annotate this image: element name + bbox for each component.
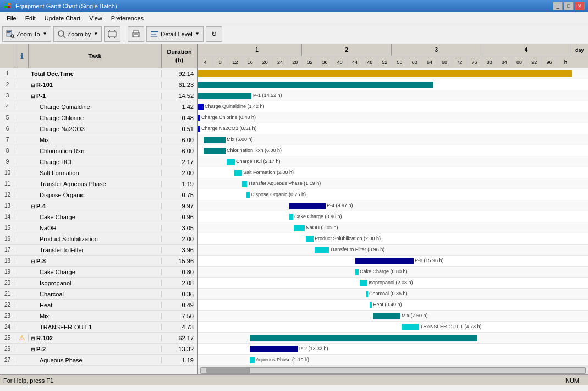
collapse-icon[interactable]: ⊟ bbox=[31, 94, 35, 99]
row-duration: 1.42 bbox=[162, 104, 197, 110]
mode-indicator: NUM bbox=[565, 377, 585, 384]
gantt-bar-label: Aqueous Phase (1.19 h) bbox=[256, 357, 309, 362]
window-controls: _ □ ✕ bbox=[553, 2, 585, 10]
menu-edit[interactable]: Edit bbox=[21, 14, 40, 23]
gantt-bar[interactable] bbox=[198, 115, 200, 121]
day-label: day bbox=[571, 47, 588, 53]
maximize-button[interactable]: □ bbox=[564, 2, 574, 10]
row-num: 8 bbox=[0, 148, 15, 154]
th-row-num bbox=[0, 44, 15, 68]
row-num: 11 bbox=[0, 181, 15, 187]
hour-tick: 48 bbox=[362, 56, 377, 68]
hour-tick: 76 bbox=[467, 56, 482, 68]
menu-view[interactable]: View bbox=[85, 14, 107, 23]
print-button[interactable] bbox=[128, 26, 144, 42]
zoom-to-button[interactable]: Zoom To ▼ bbox=[2, 26, 51, 42]
gantt-bar[interactable] bbox=[360, 280, 367, 286]
table-row: 23Mix7.50 bbox=[0, 311, 197, 322]
row-num: 25 bbox=[0, 335, 15, 341]
gantt-bar[interactable] bbox=[250, 335, 477, 341]
row-info: ⚠ bbox=[15, 334, 29, 342]
gantt-bar[interactable] bbox=[373, 313, 400, 319]
gantt-bar[interactable] bbox=[234, 170, 242, 176]
hour-tick: 88 bbox=[512, 56, 527, 68]
menu-file[interactable]: File bbox=[2, 14, 21, 23]
detail-level-button[interactable]: Detail Level ▼ bbox=[146, 26, 203, 42]
gantt-body[interactable]: P-1 (14.52 h)Charge Quinaldine (1.42 h)C… bbox=[198, 68, 588, 366]
table-header: ℹ Task Duration(h) bbox=[0, 44, 197, 68]
zoom-by-button[interactable]: Zoom by ▼ bbox=[53, 26, 102, 42]
gantt-bar[interactable] bbox=[250, 357, 255, 363]
row-num: 6 bbox=[0, 126, 15, 132]
svg-rect-7 bbox=[7, 34, 10, 34]
table-row: 16Product Solubilization2.00 bbox=[0, 233, 197, 245]
row-duration: 15.96 bbox=[162, 258, 197, 264]
gantt-bar[interactable] bbox=[198, 70, 572, 77]
task-name: ⊟P-4 bbox=[29, 203, 162, 209]
table-row: 24TRANSFER-OUT-14.73 bbox=[0, 322, 197, 333]
gantt-bar[interactable] bbox=[355, 258, 414, 264]
menu-update-chart[interactable]: Update Chart bbox=[40, 14, 85, 23]
hour-tick: 64 bbox=[422, 56, 437, 68]
row-duration: 61.23 bbox=[162, 82, 197, 88]
task-name: Mix bbox=[29, 137, 162, 143]
refresh-icon: ↻ bbox=[210, 30, 218, 39]
hour-tick: 24 bbox=[273, 56, 288, 68]
minimize-button[interactable]: _ bbox=[553, 2, 563, 10]
hour-tick: 92 bbox=[527, 56, 542, 68]
gantt-bar[interactable] bbox=[198, 126, 200, 132]
detail-level-label: Detail Level bbox=[161, 31, 192, 37]
svg-rect-6 bbox=[7, 32, 10, 33]
collapse-icon[interactable]: ⊟ bbox=[31, 204, 35, 209]
gantt-bar[interactable] bbox=[198, 82, 433, 88]
row-num: 20 bbox=[0, 280, 15, 286]
gantt-bar[interactable] bbox=[366, 291, 368, 297]
hour-tick: 44 bbox=[348, 56, 362, 68]
gantt-bar[interactable] bbox=[370, 302, 372, 308]
gantt-bar[interactable] bbox=[289, 214, 293, 220]
close-button[interactable]: ✕ bbox=[575, 2, 585, 10]
collapse-icon[interactable]: ⊟ bbox=[31, 336, 35, 341]
refresh-button[interactable]: ↻ bbox=[206, 26, 222, 42]
gantt-bar[interactable] bbox=[315, 247, 329, 253]
hour-tick: 56 bbox=[392, 56, 407, 68]
gantt-bar[interactable] bbox=[250, 346, 298, 352]
gantt-bar[interactable] bbox=[289, 203, 326, 209]
gantt-row bbox=[198, 245, 588, 256]
table-row: 11Transfer Aqueous Phase1.19 bbox=[0, 178, 197, 189]
gantt-bar-label: Charge Quinaldine (1.42 h) bbox=[205, 104, 265, 109]
menu-preferences[interactable]: Preferences bbox=[107, 14, 148, 23]
hour-tick: 8 bbox=[213, 56, 228, 68]
gantt-bar[interactable] bbox=[402, 324, 419, 330]
h-scrollbar[interactable] bbox=[198, 366, 588, 374]
gantt-bar[interactable] bbox=[204, 137, 226, 143]
gantt-bar[interactable] bbox=[242, 181, 247, 187]
collapse-icon[interactable]: ⊟ bbox=[31, 259, 35, 264]
collapse-icon[interactable]: ⊟ bbox=[31, 347, 35, 352]
hour-tick: 28 bbox=[288, 56, 303, 68]
gantt-bar-label: Charge Na2CO3 (0.51 h) bbox=[201, 126, 257, 131]
gantt-bar[interactable] bbox=[198, 93, 251, 99]
zoom-fit-button[interactable] bbox=[104, 26, 120, 42]
gantt-bar-label: P-4 (9.97 h) bbox=[327, 203, 353, 208]
gantt-bar[interactable] bbox=[355, 269, 359, 275]
gantt-bar-label: NaOH (3.05 h) bbox=[306, 225, 338, 230]
gantt-bar[interactable] bbox=[198, 104, 204, 110]
gantt-bar[interactable] bbox=[246, 192, 250, 198]
app-icon bbox=[3, 2, 12, 10]
task-name: Salt Formation bbox=[29, 170, 162, 176]
gantt-bar[interactable] bbox=[204, 148, 226, 154]
row-num: 13 bbox=[0, 203, 15, 209]
table-row: 10Salt Formation2.00 bbox=[0, 167, 197, 178]
th-duration: Duration(h) bbox=[162, 44, 197, 68]
table-row: 6Charge Na2CO30.51 bbox=[0, 123, 197, 134]
gantt-bar-label: P-8 (15.96 h) bbox=[415, 258, 444, 263]
row-num: 22 bbox=[0, 302, 15, 308]
collapse-icon[interactable]: ⊟ bbox=[31, 83, 35, 88]
gantt-bar[interactable] bbox=[306, 236, 314, 242]
gantt-row bbox=[198, 134, 588, 145]
gantt-bar[interactable] bbox=[294, 225, 305, 231]
svg-rect-1 bbox=[8, 3, 10, 5]
gantt-bar[interactable] bbox=[227, 159, 235, 165]
task-name: Dispose Organic bbox=[29, 192, 162, 198]
